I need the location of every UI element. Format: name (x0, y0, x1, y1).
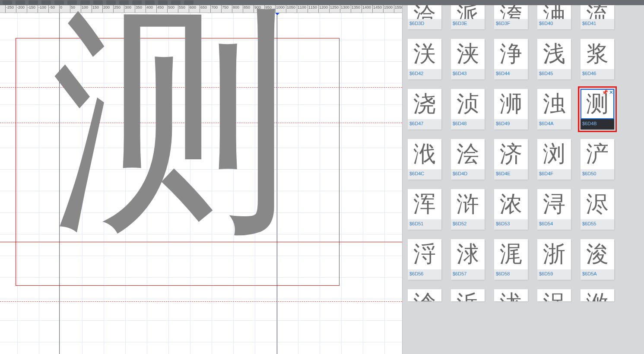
glyph-code: $6D56 (408, 269, 441, 280)
glyph-code: $6D55 (581, 219, 614, 230)
ruler-tick: 1450 (372, 5, 382, 13)
glyph-cell[interactable]: 浝 (494, 289, 528, 301)
glyph-cell[interactable]: 浂$6D42 (408, 39, 441, 79)
glyph-cell[interactable]: 浌$6D4C (408, 139, 441, 180)
toolbar-button[interactable] (80, 0, 90, 5)
glyph-preview: 浔 (537, 189, 571, 219)
toolbar-button[interactable] (119, 0, 129, 5)
glyph-code: $6D4A (537, 119, 571, 130)
glyph-code: $6D3D (408, 19, 441, 29)
glyph-code: $6D49 (494, 119, 528, 130)
glyph-cell[interactable]: 济$6D4E (494, 139, 528, 180)
glyph-preview: 浚 (581, 239, 614, 269)
glyph-code: $6D4E (494, 169, 528, 180)
toolbar-button[interactable] (106, 0, 116, 5)
glyph-preview: 济 (494, 139, 528, 169)
glyph-cell[interactable]: 浞 (537, 289, 571, 301)
glyph-cell[interactable]: 浒$6D52 (451, 189, 485, 230)
glyph-cell[interactable]: 浘$6D58 (494, 239, 528, 280)
glyph-cell[interactable]: 浓$6D53 (494, 189, 528, 230)
glyph-preview: 洿 (494, 5, 528, 19)
glyph-cell[interactable]: 浅$6D45 (537, 39, 571, 79)
glyph-cell[interactable]: 洿$6D3F (494, 5, 528, 29)
glyph-canvas[interactable]: 测 (0, 13, 402, 354)
glyph-cell[interactable]: 浍$6D4D (451, 139, 485, 180)
ruler-tick: 1150 (308, 5, 317, 13)
toolbar-button[interactable] (171, 0, 181, 5)
toolbar-button[interactable] (54, 0, 64, 5)
glyph-preview: 测📌✕ (581, 89, 614, 119)
glyph-cell[interactable]: 浆$6D46 (581, 39, 614, 79)
glyph-cell[interactable]: 浏$6D4F (537, 139, 571, 180)
glyph-cell[interactable]: 洽$6D3D (408, 5, 441, 29)
glyph-cell[interactable]: 浐$6D50 (581, 139, 614, 180)
glyph-preview: 浒 (451, 189, 485, 219)
glyph-preview: 浏 (537, 139, 571, 169)
glyph-code: $6D4B (581, 119, 614, 130)
toolbar-button[interactable] (145, 0, 155, 5)
glyph-cell[interactable]: 流$6D41 (581, 5, 614, 29)
glyph-code: $6D48 (451, 119, 485, 130)
glyph-cell[interactable]: 浖$6D56 (408, 239, 441, 280)
glyph-cell[interactable]: 派$6D3E (451, 5, 485, 29)
horizontal-guide-dashed[interactable] (0, 301, 402, 302)
glyph-code: $6D42 (408, 69, 441, 79)
glyph-code: $6D40 (537, 19, 571, 29)
toolbar-button[interactable] (3, 0, 12, 5)
glyph-cell[interactable]: 浄$6D44 (494, 39, 528, 79)
toolbar-button[interactable] (29, 0, 38, 5)
glyph-cell[interactable]: 浚$6D5A (581, 239, 614, 280)
ruler-tick: 1350 (351, 5, 360, 13)
toolbar-button[interactable] (67, 0, 77, 5)
glyph-code: $6D4D (451, 169, 485, 180)
glyph-code: $6D45 (537, 69, 571, 79)
glyph-cell[interactable]: 浊$6D4A (537, 89, 571, 130)
glyph-preview: 浗 (451, 239, 485, 269)
glyph-code: $6D44 (494, 69, 528, 79)
glyph-cell[interactable]: 浔$6D54 (537, 189, 571, 230)
glyph-preview: 浕 (581, 189, 614, 219)
close-icon[interactable]: ✕ (609, 90, 613, 95)
glyph-cell[interactable]: 浙$6D59 (537, 239, 571, 280)
glyph-cell[interactable]: 浟 (581, 289, 614, 301)
toolbar-button[interactable] (16, 0, 25, 5)
toolbar-button[interactable] (41, 0, 51, 5)
glyph-preview: 浅 (537, 39, 571, 69)
ruler-tick: 1300 (340, 5, 349, 13)
glyph-cell[interactable]: 浛 (408, 289, 441, 301)
glyph-code: $6D3E (451, 19, 485, 29)
glyph-cell[interactable]: 浜 (451, 289, 485, 301)
glyph-preview: 浖 (408, 239, 441, 269)
glyph-code: $6D53 (494, 219, 528, 230)
glyph-cell[interactable]: 浈$6D48 (451, 89, 485, 130)
glyph-code: $6D58 (494, 269, 528, 280)
ruler-tick: -200 (16, 5, 25, 13)
glyph-code: $6D41 (581, 19, 614, 29)
toolbar-button[interactable] (158, 0, 168, 5)
glyph-preview: 浌 (408, 139, 441, 169)
glyph-canvas-area[interactable]: -250-200-150-100-50050100150200250300350… (0, 5, 403, 354)
glyph-code: $6D59 (537, 269, 571, 280)
current-glyph-outline[interactable]: 测 (52, 5, 294, 242)
glyph-cell[interactable]: 浀$6D40 (537, 5, 571, 29)
glyph-cell[interactable]: 浑$6D51 (408, 189, 441, 230)
ruler-tick: 1100 (297, 5, 306, 13)
glyph-cell[interactable]: 浉$6D49 (494, 89, 528, 130)
glyph-preview: 浑 (408, 189, 441, 219)
toolbar-button[interactable] (93, 0, 103, 5)
glyph-cell[interactable]: 浃$6D43 (451, 39, 485, 79)
glyph-preview: 浍 (451, 139, 485, 169)
glyph-preview: 浃 (451, 39, 485, 69)
toolbar-button[interactable] (132, 0, 142, 5)
glyph-cell[interactable]: 测📌✕$6D4B (581, 89, 614, 130)
glyph-code: $6D4C (408, 169, 441, 180)
glyph-browser-panel[interactable]: 洽$6D3D派$6D3E洿$6D3F浀$6D40流$6D41浂$6D42浃$6D… (403, 5, 644, 354)
glyph-cell[interactable]: 浇$6D47 (408, 89, 441, 130)
glyph-cell[interactable]: 浗$6D57 (451, 239, 485, 280)
toolbar-button[interactable] (184, 0, 194, 5)
glyph-code: $6D47 (408, 119, 441, 130)
glyph-code: $6D46 (581, 69, 614, 79)
glyph-code: $6D3F (494, 19, 528, 29)
glyph-preview: 浙 (537, 239, 571, 269)
glyph-cell[interactable]: 浕$6D55 (581, 189, 614, 230)
